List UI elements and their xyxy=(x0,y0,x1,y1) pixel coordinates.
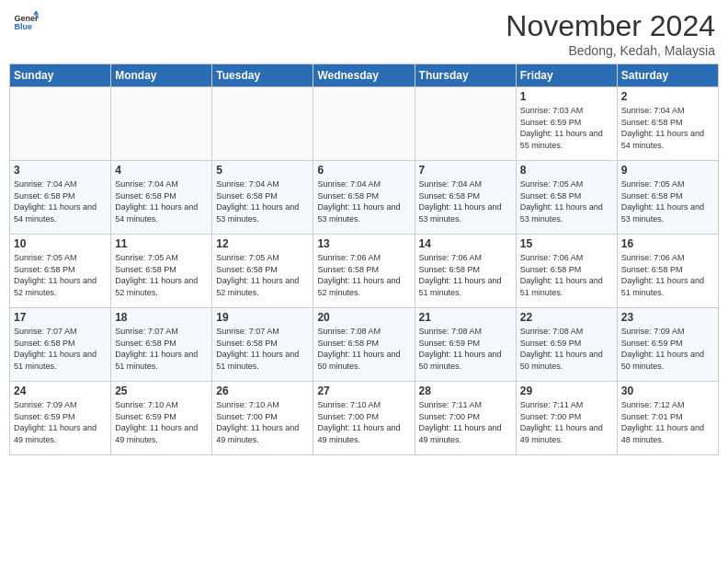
day-info: Sunrise: 7:07 AMSunset: 6:58 PMDaylight:… xyxy=(115,326,208,372)
day-info: Sunrise: 7:07 AMSunset: 6:58 PMDaylight:… xyxy=(216,326,309,372)
day-info: Sunrise: 7:10 AMSunset: 7:00 PMDaylight:… xyxy=(216,399,309,445)
day-number: 12 xyxy=(216,237,309,250)
calendar-cell xyxy=(111,87,212,161)
calendar-cell xyxy=(212,87,313,161)
day-number: 26 xyxy=(216,385,309,397)
calendar-cell xyxy=(415,87,516,161)
calendar-cell: 20Sunrise: 7:08 AMSunset: 6:58 PMDayligh… xyxy=(313,308,415,382)
day-number: 9 xyxy=(621,164,714,177)
svg-marker-2 xyxy=(33,10,39,14)
calendar-cell: 5Sunrise: 7:04 AMSunset: 6:58 PMDaylight… xyxy=(212,161,313,235)
day-number: 3 xyxy=(14,164,107,177)
calendar-cell: 22Sunrise: 7:08 AMSunset: 6:59 PMDayligh… xyxy=(516,308,617,382)
day-info: Sunrise: 7:05 AMSunset: 6:58 PMDaylight:… xyxy=(520,178,613,224)
calendar-cell xyxy=(10,87,111,161)
calendar-cell: 6Sunrise: 7:04 AMSunset: 6:58 PMDaylight… xyxy=(313,161,415,235)
day-info: Sunrise: 7:04 AMSunset: 6:58 PMDaylight:… xyxy=(317,178,410,224)
day-info: Sunrise: 7:04 AMSunset: 6:58 PMDaylight:… xyxy=(621,105,714,151)
day-number: 4 xyxy=(115,164,208,177)
day-header-friday: Friday xyxy=(516,64,617,87)
calendar-cell: 23Sunrise: 7:09 AMSunset: 6:59 PMDayligh… xyxy=(617,308,718,382)
day-number: 25 xyxy=(115,385,208,397)
day-number: 23 xyxy=(621,311,714,324)
calendar-cell: 16Sunrise: 7:06 AMSunset: 6:58 PMDayligh… xyxy=(617,235,718,308)
day-info: Sunrise: 7:05 AMSunset: 6:58 PMDaylight:… xyxy=(14,252,107,298)
day-info: Sunrise: 7:08 AMSunset: 6:59 PMDaylight:… xyxy=(419,326,512,372)
calendar-cell: 18Sunrise: 7:07 AMSunset: 6:58 PMDayligh… xyxy=(111,308,212,382)
calendar-cell: 17Sunrise: 7:07 AMSunset: 6:58 PMDayligh… xyxy=(10,308,111,382)
day-info: Sunrise: 7:06 AMSunset: 6:58 PMDaylight:… xyxy=(317,252,410,298)
day-number: 15 xyxy=(520,237,613,250)
calendar-week-1: 1Sunrise: 7:03 AMSunset: 6:59 PMDaylight… xyxy=(10,87,719,161)
title-block: November 2024 Bedong, Kedah, Malaysia xyxy=(506,9,715,58)
day-number: 18 xyxy=(115,311,208,324)
day-info: Sunrise: 7:04 AMSunset: 6:58 PMDaylight:… xyxy=(14,178,107,224)
calendar-cell xyxy=(313,87,415,161)
calendar-table: SundayMondayTuesdayWednesdayThursdayFrid… xyxy=(9,63,719,455)
calendar-cell: 13Sunrise: 7:06 AMSunset: 6:58 PMDayligh… xyxy=(313,235,415,308)
day-number: 28 xyxy=(419,385,512,397)
svg-text:Blue: Blue xyxy=(14,22,32,31)
day-number: 17 xyxy=(14,311,107,324)
day-number: 2 xyxy=(621,90,714,103)
day-number: 29 xyxy=(520,385,613,397)
day-number: 19 xyxy=(216,311,309,324)
day-number: 5 xyxy=(216,164,309,177)
calendar-cell: 25Sunrise: 7:10 AMSunset: 6:59 PMDayligh… xyxy=(111,382,212,455)
calendar-cell: 10Sunrise: 7:05 AMSunset: 6:58 PMDayligh… xyxy=(10,235,111,308)
calendar-cell: 7Sunrise: 7:04 AMSunset: 6:58 PMDaylight… xyxy=(415,161,516,235)
calendar-cell: 8Sunrise: 7:05 AMSunset: 6:58 PMDaylight… xyxy=(516,161,617,235)
day-info: Sunrise: 7:09 AMSunset: 6:59 PMDaylight:… xyxy=(14,399,107,445)
day-header-tuesday: Tuesday xyxy=(212,64,313,87)
day-info: Sunrise: 7:10 AMSunset: 7:00 PMDaylight:… xyxy=(317,399,410,445)
day-info: Sunrise: 7:05 AMSunset: 6:58 PMDaylight:… xyxy=(621,178,714,224)
calendar-cell: 1Sunrise: 7:03 AMSunset: 6:59 PMDaylight… xyxy=(516,87,617,161)
calendar-cell: 4Sunrise: 7:04 AMSunset: 6:58 PMDaylight… xyxy=(111,161,212,235)
day-number: 7 xyxy=(419,164,512,177)
calendar-cell: 12Sunrise: 7:05 AMSunset: 6:58 PMDayligh… xyxy=(212,235,313,308)
calendar-cell: 28Sunrise: 7:11 AMSunset: 7:00 PMDayligh… xyxy=(415,382,516,455)
calendar-week-5: 24Sunrise: 7:09 AMSunset: 6:59 PMDayligh… xyxy=(10,382,719,455)
calendar-week-4: 17Sunrise: 7:07 AMSunset: 6:58 PMDayligh… xyxy=(10,308,719,382)
day-number: 20 xyxy=(317,311,410,324)
calendar-cell: 27Sunrise: 7:10 AMSunset: 7:00 PMDayligh… xyxy=(313,382,415,455)
page-header: General Blue November 2024 Bedong, Kedah… xyxy=(9,9,719,58)
calendar-cell: 19Sunrise: 7:07 AMSunset: 6:58 PMDayligh… xyxy=(212,308,313,382)
location: Bedong, Kedah, Malaysia xyxy=(506,43,715,58)
calendar-week-3: 10Sunrise: 7:05 AMSunset: 6:58 PMDayligh… xyxy=(10,235,719,308)
logo-icon: General Blue xyxy=(13,9,39,35)
day-number: 14 xyxy=(419,237,512,250)
calendar-cell: 11Sunrise: 7:05 AMSunset: 6:58 PMDayligh… xyxy=(111,235,212,308)
day-number: 22 xyxy=(520,311,613,324)
day-number: 30 xyxy=(621,385,714,397)
day-info: Sunrise: 7:04 AMSunset: 6:58 PMDaylight:… xyxy=(216,178,309,224)
calendar-header-row: SundayMondayTuesdayWednesdayThursdayFrid… xyxy=(10,64,719,87)
day-info: Sunrise: 7:09 AMSunset: 6:59 PMDaylight:… xyxy=(621,326,714,372)
day-info: Sunrise: 7:06 AMSunset: 6:58 PMDaylight:… xyxy=(419,252,512,298)
day-header-sunday: Sunday xyxy=(10,64,111,87)
day-number: 8 xyxy=(520,164,613,177)
day-info: Sunrise: 7:07 AMSunset: 6:58 PMDaylight:… xyxy=(14,326,107,372)
day-number: 16 xyxy=(621,237,714,250)
day-number: 1 xyxy=(520,90,613,103)
day-info: Sunrise: 7:06 AMSunset: 6:58 PMDaylight:… xyxy=(621,252,714,298)
calendar-cell: 2Sunrise: 7:04 AMSunset: 6:58 PMDaylight… xyxy=(617,87,718,161)
day-header-wednesday: Wednesday xyxy=(313,64,415,87)
month-title: November 2024 xyxy=(506,9,715,43)
day-number: 21 xyxy=(419,311,512,324)
day-header-monday: Monday xyxy=(111,64,212,87)
day-number: 11 xyxy=(115,237,208,250)
day-header-thursday: Thursday xyxy=(415,64,516,87)
day-info: Sunrise: 7:05 AMSunset: 6:58 PMDaylight:… xyxy=(216,252,309,298)
day-info: Sunrise: 7:08 AMSunset: 6:59 PMDaylight:… xyxy=(520,326,613,372)
day-info: Sunrise: 7:10 AMSunset: 6:59 PMDaylight:… xyxy=(115,399,208,445)
calendar-cell: 29Sunrise: 7:11 AMSunset: 7:00 PMDayligh… xyxy=(516,382,617,455)
day-number: 24 xyxy=(14,385,107,397)
day-info: Sunrise: 7:05 AMSunset: 6:58 PMDaylight:… xyxy=(115,252,208,298)
day-info: Sunrise: 7:11 AMSunset: 7:00 PMDaylight:… xyxy=(419,399,512,445)
calendar-cell: 15Sunrise: 7:06 AMSunset: 6:58 PMDayligh… xyxy=(516,235,617,308)
calendar-cell: 14Sunrise: 7:06 AMSunset: 6:58 PMDayligh… xyxy=(415,235,516,308)
day-header-saturday: Saturday xyxy=(617,64,718,87)
day-number: 27 xyxy=(317,385,410,397)
day-number: 10 xyxy=(14,237,107,250)
